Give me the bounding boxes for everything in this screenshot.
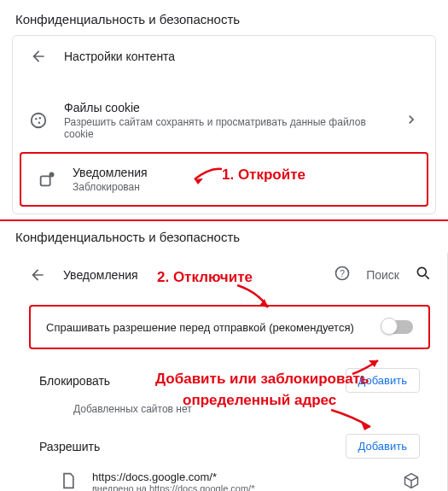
privacy-section-title-1: Конфиденциальность и безопасность xyxy=(0,0,448,35)
search-placeholder[interactable]: Поиск xyxy=(366,268,399,282)
notifications-icon xyxy=(37,170,57,189)
svg-text:?: ? xyxy=(340,268,345,278)
help-icon[interactable]: ? xyxy=(334,265,351,284)
block-label: Блокировать xyxy=(39,374,110,388)
back-row[interactable]: Настройки контента xyxy=(13,36,435,77)
svg-rect-4 xyxy=(41,176,50,185)
back-icon xyxy=(28,48,49,65)
no-blocked-sites: Добавленных сайтов нет xyxy=(12,398,447,424)
cookie-icon xyxy=(28,111,49,130)
svg-point-8 xyxy=(417,267,426,276)
chevron-right-icon xyxy=(403,111,420,131)
svg-point-3 xyxy=(38,122,40,124)
ask-permission-row[interactable]: Спрашивать разрешение перед отправкой (р… xyxy=(29,305,430,349)
add-block-button[interactable]: Добавить xyxy=(346,368,420,393)
notifications-title: Уведомления xyxy=(73,166,411,179)
notifications-panel: Уведомления ? Поиск 2. Отключите Спрашив… xyxy=(12,253,448,491)
svg-point-2 xyxy=(39,117,41,119)
cube-icon[interactable] xyxy=(403,472,420,491)
site-url: https://docs.google.com/* xyxy=(92,471,387,483)
back-icon[interactable] xyxy=(27,266,48,283)
allowed-site-row[interactable]: https://docs.google.com/* внедрено на ht… xyxy=(12,464,447,491)
svg-point-0 xyxy=(32,114,46,128)
notif-back-title: Уведомления xyxy=(63,268,138,282)
ask-permission-toggle[interactable] xyxy=(382,320,413,334)
notifications-sub: Заблокирован xyxy=(73,181,411,193)
notif-topbar: Уведомления ? Поиск xyxy=(12,253,447,296)
back-title: Настройки контента xyxy=(64,50,175,63)
cookies-title: Файлы cookie xyxy=(64,101,387,114)
svg-point-1 xyxy=(35,118,37,120)
svg-point-5 xyxy=(49,172,55,178)
site-sub: внедрено на https://docs.google.com/* xyxy=(92,483,387,491)
allow-label: Разрешить xyxy=(39,440,100,453)
page-icon xyxy=(60,472,77,491)
privacy-section-title-2: Конфиденциальность и безопасность xyxy=(0,221,448,253)
allow-section: Разрешить Добавить xyxy=(12,424,447,464)
block-section: Блокировать Добавить xyxy=(12,358,447,398)
search-icon[interactable] xyxy=(415,265,432,284)
cookies-row[interactable]: Файлы cookie Разрешить сайтам сохранять … xyxy=(13,89,435,152)
add-allow-button[interactable]: Добавить xyxy=(346,434,420,459)
ask-permission-label: Спрашивать разрешение перед отправкой (р… xyxy=(46,321,354,334)
content-settings-panel: Настройки контента Файлы cookie Разрешит… xyxy=(12,35,436,214)
cookies-sub: Разрешить сайтам сохранять и просматрива… xyxy=(64,116,387,140)
notifications-row[interactable]: Уведомления Заблокирован xyxy=(20,152,428,207)
